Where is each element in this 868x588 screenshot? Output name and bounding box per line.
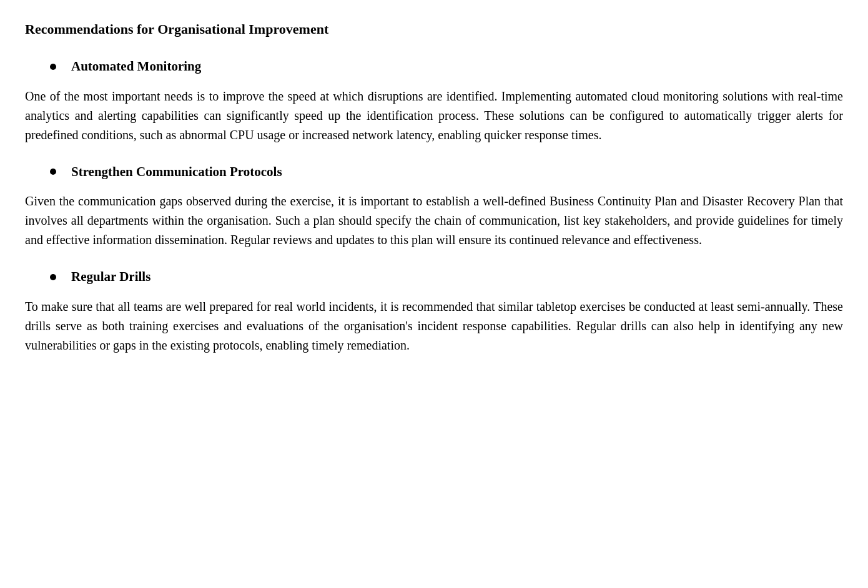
bullet-dot-1 xyxy=(50,64,56,70)
bullet-heading-strengthen-communication: Strengthen Communication Protocols xyxy=(71,162,282,182)
bullet-heading-automated-monitoring: Automated Monitoring xyxy=(71,57,201,77)
bullet-dot-3 xyxy=(50,274,56,280)
bullet-heading-row-1: Automated Monitoring xyxy=(25,57,843,77)
bullet-heading-row-3: Regular Drills xyxy=(25,267,843,287)
paragraph-automated-monitoring: One of the most important needs is to im… xyxy=(25,87,843,145)
bullet-heading-row-2: Strengthen Communication Protocols xyxy=(25,162,843,182)
section-regular-drills: Regular Drills To make sure that all tea… xyxy=(25,267,843,355)
paragraph-strengthen-communication: Given the communication gaps observed du… xyxy=(25,192,843,250)
section-automated-monitoring: Automated Monitoring One of the most imp… xyxy=(25,57,843,145)
bullet-heading-regular-drills: Regular Drills xyxy=(71,267,150,287)
paragraph-regular-drills: To make sure that all teams are well pre… xyxy=(25,297,843,355)
page-container: Recommendations for Organisational Impro… xyxy=(25,19,843,355)
bullet-dot-2 xyxy=(50,169,56,175)
main-heading: Recommendations for Organisational Impro… xyxy=(25,19,843,39)
section-strengthen-communication: Strengthen Communication Protocols Given… xyxy=(25,162,843,250)
